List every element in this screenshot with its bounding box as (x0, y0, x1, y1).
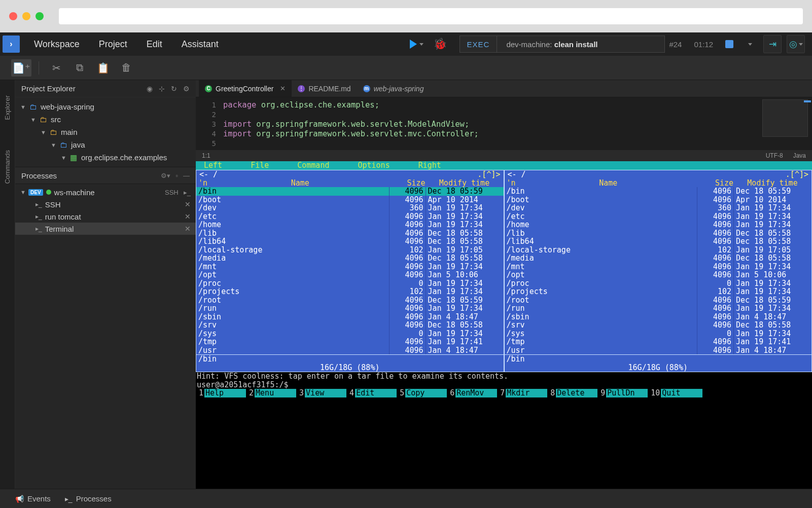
terminal-panel-button[interactable]: ⇥ (763, 35, 782, 53)
tree-node[interactable]: ▼🗀web-java-spring (15, 100, 196, 113)
cut-button[interactable]: ✂ (46, 59, 66, 77)
refresh-icon[interactable]: ↻ (171, 85, 177, 93)
close-icon[interactable]: ✕ (185, 212, 191, 221)
close-icon[interactable]: ✕ (280, 85, 286, 92)
file-encoding[interactable]: UTF-8 (766, 152, 783, 159)
minimize-icon[interactable]: — (183, 172, 190, 179)
chevron-down-icon[interactable] (748, 43, 752, 46)
tree-node[interactable]: ▼🗀java (15, 138, 196, 151)
app-menu-button[interactable]: › (3, 35, 20, 53)
mc-row[interactable]: /srv4096Dec 18 05:58 (505, 321, 812, 330)
mc-row[interactable]: /media4096Dec 18 05:58 (196, 254, 504, 263)
mc-row[interactable]: /sbin4096Jan 4 18:47 (196, 313, 504, 321)
tree-node[interactable]: ▼▦org.eclipse.che.examples (15, 151, 196, 164)
mc-row[interactable]: /sys0Jan 19 17:34 (505, 330, 812, 338)
editor-tab[interactable]: mweb-java-spring (357, 80, 430, 97)
mc-row[interactable]: /boot4096Apr 10 2014 (196, 196, 504, 204)
copy-button[interactable]: ⧉ (69, 59, 90, 77)
mc-row[interactable]: /lib644096Dec 18 05:58 (196, 237, 504, 246)
mc-row[interactable]: /run4096Jan 19 17:34 (505, 304, 812, 313)
mc-row[interactable]: /dev360Jan 19 17:34 (196, 204, 504, 212)
mc-row[interactable]: /usr4096Jan 4 18:47 (196, 346, 504, 355)
mc-row[interactable]: /mnt4096Jan 19 17:34 (505, 263, 812, 271)
mc-prompt[interactable]: user@a2051acf31f5:/$ (196, 381, 812, 389)
new-file-button[interactable]: 📄⁺ (11, 59, 31, 77)
file-language[interactable]: Java (793, 152, 806, 159)
mc-fkey[interactable]: 8Delete (547, 389, 597, 397)
new-terminal-icon[interactable]: ▸_ (184, 189, 191, 196)
mc-row[interactable]: /lib4096Dec 18 05:58 (505, 229, 812, 238)
mc-fkeys[interactable]: 1Help2Menu3View4Edit5Copy6RenMov7Mkdir8D… (196, 389, 812, 397)
mc-row[interactable]: /media4096Dec 18 05:58 (505, 254, 812, 263)
mc-fkey[interactable]: 1Help (196, 389, 246, 397)
run-button[interactable] (407, 34, 427, 54)
locate-icon[interactable]: ◉ (147, 85, 153, 93)
address-bar[interactable] (59, 8, 803, 24)
mc-row[interactable]: /projects102Jan 19 17:34 (196, 287, 504, 296)
mc-row[interactable]: /bin4096Dec 18 05:59 (196, 187, 504, 196)
mc-row[interactable]: /lib4096Dec 18 05:58 (196, 229, 504, 238)
maximize-window-icon[interactable] (36, 12, 44, 20)
mc-row[interactable]: /projects102Jan 19 17:34 (505, 287, 812, 296)
menu-assistant[interactable]: Assistant (182, 39, 219, 50)
mc-fkey[interactable]: 5Copy (397, 389, 447, 397)
collapse-icon[interactable]: ⊹ (159, 85, 165, 93)
mc-row[interactable]: /root4096Dec 18 05:59 (196, 296, 504, 305)
mc-menu-item[interactable]: Right (418, 161, 441, 170)
rail-commands[interactable]: Commands (4, 150, 11, 184)
mc-menu-item[interactable]: Options (358, 161, 390, 170)
processes-tree[interactable]: ▼ DEV ws-machine SSH ▸_ ▸_SSH✕▸_run tomc… (15, 184, 196, 237)
mc-left-pane[interactable]: <- /.[^]> 'n Name Size Modify time /bin4… (196, 170, 504, 372)
mc-fkey[interactable]: 3View (296, 389, 346, 397)
mc-row[interactable]: /mnt4096Jan 19 17:34 (196, 263, 504, 271)
close-window-icon[interactable] (9, 12, 17, 20)
mc-fkey[interactable]: 9PullDn (597, 389, 648, 397)
rail-explorer[interactable]: Explorer (4, 95, 11, 120)
maximize-icon[interactable]: ▫ (175, 172, 178, 179)
menu-edit[interactable]: Edit (147, 39, 162, 50)
mc-row[interactable]: /proc0Jan 19 17:34 (505, 279, 812, 288)
code-content[interactable]: package org.eclipse.che.examples; import… (223, 97, 479, 150)
editor-tab[interactable]: ⋮README.md (292, 80, 357, 97)
mc-row[interactable]: /home4096Jan 19 17:34 (196, 221, 504, 229)
mc-right-pane[interactable]: <- /.[^]> 'n Name Size Modify time /bin4… (504, 170, 813, 372)
process-item[interactable]: ▸_Terminal✕ (15, 223, 196, 235)
mc-fkey[interactable]: 6RenMov (447, 389, 497, 397)
mc-row[interactable]: /proc0Jan 19 17:34 (196, 279, 504, 288)
mc-row[interactable]: /tmp4096Jan 19 17:41 (196, 338, 504, 346)
terminal-mc[interactable]: LeftFileCommandOptionsRight <- /.[^]> 'n… (196, 161, 812, 489)
mc-row[interactable]: /tmp4096Jan 19 17:41 (505, 338, 812, 346)
mc-row[interactable]: /bin4096Dec 18 05:59 (505, 187, 812, 196)
project-tree[interactable]: ▼🗀web-java-spring▼🗀src▼🗀main▼🗀java▼▦org.… (15, 97, 196, 167)
mc-row[interactable]: /root4096Dec 18 05:59 (505, 296, 812, 305)
mc-menu[interactable]: LeftFileCommandOptionsRight (196, 161, 812, 170)
minimap-collapse-icon[interactable] (804, 100, 811, 102)
mc-row[interactable]: /etc4096Jan 19 17:34 (196, 212, 504, 221)
mc-row[interactable]: /sys0Jan 19 17:34 (196, 330, 504, 338)
mc-row[interactable]: /opt4096Jan 5 10:06 (196, 271, 504, 279)
mc-row[interactable]: /local-storage102Jan 19 17:05 (505, 246, 812, 255)
menu-project[interactable]: Project (99, 39, 127, 50)
close-icon[interactable]: ✕ (185, 200, 191, 208)
mc-fkey[interactable]: 2Menu (246, 389, 296, 397)
mc-row[interactable]: /sbin4096Jan 4 18:47 (505, 313, 812, 321)
mc-row[interactable]: /srv4096Dec 18 05:58 (196, 321, 504, 330)
mc-fkey[interactable]: 7Mkdir (497, 389, 547, 397)
mc-row[interactable]: /lib644096Dec 18 05:58 (505, 237, 812, 246)
mc-fkey[interactable]: 4Edit (346, 389, 397, 397)
gear-icon[interactable]: ⚙▾ (161, 172, 170, 179)
process-item[interactable]: ▸_run tomcat✕ (15, 210, 196, 223)
tree-node[interactable]: ▼🗀src (15, 113, 196, 126)
mc-rows[interactable]: /bin4096Dec 18 05:59/boot4096Apr 10 2014… (196, 187, 504, 354)
process-item[interactable]: ▸_SSH✕ (15, 198, 196, 210)
mc-fkey[interactable]: 10Quit (648, 389, 702, 397)
editor-tab[interactable]: CGreetingController✕ (199, 80, 292, 97)
ssh-badge[interactable]: SSH (165, 189, 179, 196)
debug-button[interactable]: 🐞 (430, 34, 450, 54)
code-editor[interactable]: 12345 package org.eclipse.che.examples; … (196, 97, 812, 150)
settings-button[interactable]: ◎ (787, 35, 805, 53)
exec-command-selector[interactable]: EXEC dev-machine: clean install (460, 35, 665, 53)
menu-workspace[interactable]: Workspace (34, 39, 80, 50)
stop-button[interactable] (725, 40, 733, 48)
mc-menu-item[interactable]: File (251, 161, 269, 170)
